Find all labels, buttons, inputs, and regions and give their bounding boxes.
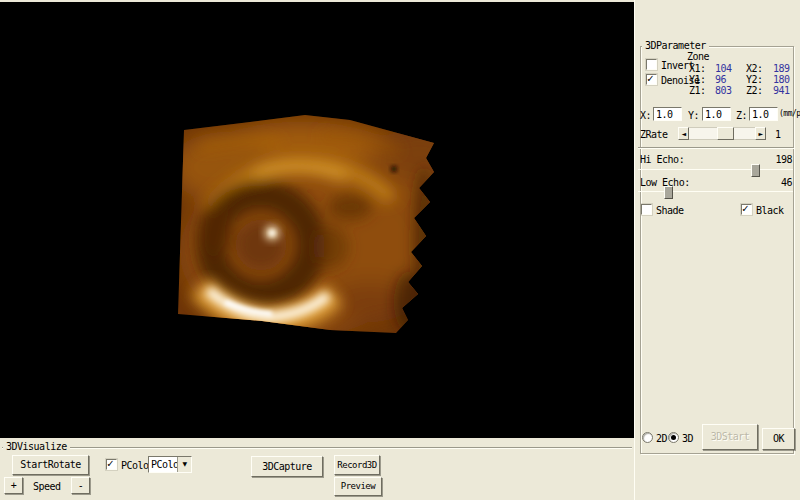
ok-button[interactable]: OK: [762, 428, 795, 450]
record-button[interactable]: Record3D: [334, 455, 380, 475]
zrate-label: ZRate: [640, 129, 668, 140]
voxel-x-label: X:: [640, 110, 651, 121]
zone-y1-label: Y1:: [689, 74, 706, 85]
shade-label: Shade: [656, 205, 684, 216]
pcolor-dropdown[interactable]: PColor ▼: [148, 456, 192, 473]
zone-x1-value: 104: [715, 63, 732, 74]
render-viewport[interactable]: [0, 2, 634, 438]
preview-button[interactable]: Preview: [334, 477, 382, 496]
pcolor-checkbox[interactable]: ✓: [106, 459, 117, 470]
zone-y2-value: 180: [773, 74, 790, 85]
ultrasound-image: [0, 2, 634, 438]
mode-3d-radio[interactable]: [668, 432, 679, 443]
black-checkbox[interactable]: ✓: [741, 204, 752, 215]
capture-button[interactable]: 3DCapture: [251, 456, 323, 477]
voxel-x-input[interactable]: [653, 107, 682, 121]
speed-minus-button[interactable]: -: [71, 477, 90, 494]
mode-2d-label: 2D: [656, 433, 667, 444]
hi-echo-slider-track: [638, 169, 793, 170]
visualize-panel: 3DVisualize StartRotate + Speed - ✓ PCol…: [0, 438, 634, 500]
denoise-checkmark: ✓: [647, 72, 654, 85]
zone-y1-value: 96: [715, 74, 726, 85]
mode-3d-label: 3D: [682, 433, 693, 444]
pcolor-checkmark: ✓: [107, 457, 114, 470]
mode-2d-radio[interactable]: [642, 432, 653, 443]
parameter-group-title: 3DParameter: [642, 40, 709, 51]
parameter-panel: 3DParameter ✓ Invert ✓ Denoise Zone X1: …: [634, 0, 800, 500]
zrate-left-arrow-icon[interactable]: ◄: [678, 127, 689, 140]
invert-checkbox[interactable]: ✓: [646, 59, 657, 70]
zone-z2-value: 941: [773, 85, 790, 96]
voxel-y-input[interactable]: [702, 107, 731, 121]
zone-x2-label: X2:: [746, 63, 763, 74]
voxel-unit-label: (mm/p): [779, 109, 800, 118]
mode-3d-radio-dot: [671, 435, 676, 440]
zone-z1-label: Z1:: [689, 85, 706, 96]
hi-echo-slider[interactable]: [638, 164, 793, 177]
zrate-scrollbar: ◄ ►: [678, 127, 766, 140]
zone-z2-label: Z2:: [746, 85, 763, 96]
chevron-down-icon[interactable]: ▼: [177, 457, 191, 472]
voxel-z-input[interactable]: [749, 107, 778, 121]
visualize-group-title: 3DVisualize: [3, 441, 70, 452]
denoise-checkbox[interactable]: ✓: [646, 74, 657, 85]
black-label: Black: [756, 205, 784, 216]
start3d-button: 3DStart: [702, 424, 758, 450]
panel-separator: [638, 147, 794, 149]
zone-title: Zone: [687, 51, 709, 62]
low-echo-slider-thumb[interactable]: [664, 186, 673, 199]
zrate-right-arrow-icon[interactable]: ►: [755, 127, 766, 140]
speed-plus-button[interactable]: +: [4, 477, 23, 494]
shade-checkbox[interactable]: ✓: [641, 204, 652, 215]
zrate-scrollbar-thumb[interactable]: [717, 127, 734, 140]
low-echo-slider-track: [638, 191, 793, 192]
speed-label: Speed: [33, 481, 61, 492]
zrate-value: 1: [775, 129, 781, 140]
voxel-z-label: Z:: [736, 110, 747, 121]
voxel-y-label: Y:: [688, 110, 699, 121]
hi-echo-slider-thumb[interactable]: [751, 164, 760, 177]
app-window: 3DParameter ✓ Invert ✓ Denoise Zone X1: …: [0, 0, 800, 500]
low-echo-slider[interactable]: [638, 186, 793, 199]
zone-x1-label: X1:: [689, 63, 706, 74]
zone-y2-label: Y2:: [746, 74, 763, 85]
zone-x2-value: 189: [773, 63, 790, 74]
black-checkmark: ✓: [742, 202, 749, 215]
zone-z1-value: 803: [715, 85, 732, 96]
start-rotate-button[interactable]: StartRotate: [12, 455, 89, 475]
visualize-group-border: [2, 447, 632, 449]
